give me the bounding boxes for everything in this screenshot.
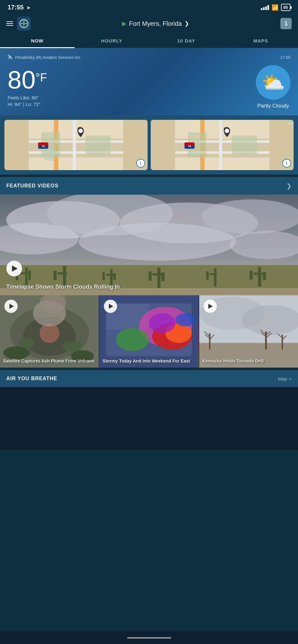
- svg-rect-56: [250, 271, 253, 280]
- header-left: [6, 17, 31, 31]
- small-video-1-title: Satellite Captures Ash Plume From Volcan…: [3, 358, 96, 364]
- svg-rect-37: [20, 272, 28, 274]
- weather-card-header: 🛰 PrivateSky (R) Aviation Services Inc. …: [8, 54, 290, 60]
- map-card-2[interactable]: 75 i: [151, 120, 294, 170]
- home-indicator: [127, 637, 171, 639]
- svg-text:75: 75: [42, 145, 45, 148]
- condition-label: Partly Cloudy: [257, 103, 289, 109]
- svg-rect-83: [199, 343, 298, 368]
- svg-rect-47: [157, 268, 160, 288]
- temperature-value: 80: [8, 67, 36, 92]
- svg-rect-41: [58, 272, 67, 275]
- small-video-2-title: Stormy Today And Into Weekend For East: [103, 358, 195, 364]
- small-video-3[interactable]: Kentucky Holds Tornado Drill: [199, 295, 298, 368]
- svg-text:75: 75: [188, 145, 191, 148]
- svg-point-68: [18, 338, 35, 348]
- bottom-space: [0, 387, 298, 450]
- svg-rect-9: [85, 136, 110, 154]
- svg-rect-57: [263, 272, 266, 280]
- tab-10day[interactable]: 10 DAY: [149, 34, 224, 48]
- app-logo: [17, 17, 31, 31]
- aviation-label: 🛰 PrivateSky (R) Aviation Services Inc.: [8, 54, 82, 60]
- air-section-chevron-icon: >: [289, 376, 292, 381]
- svg-rect-42: [53, 271, 57, 280]
- weather-condition-icon: ⛅: [256, 65, 290, 100]
- small-video-2[interactable]: Stormy Today And Into Weekend For East: [99, 295, 199, 368]
- svg-rect-44: [106, 274, 113, 276]
- svg-rect-52: [209, 273, 217, 275]
- small-video-1[interactable]: Satellite Captures Ash Plume From Volcan…: [0, 295, 99, 368]
- edit-icon[interactable]: ✏: [288, 120, 294, 127]
- small-video-3-title: Kentucky Holds Tornado Drill: [202, 358, 295, 364]
- svg-rect-39: [28, 271, 31, 280]
- weather-main: 80 °F Feels Like: 80° Hi: 84° | Lo: 72° …: [8, 65, 290, 109]
- wifi-icon: 📶: [272, 4, 278, 11]
- svg-rect-50: [161, 272, 165, 281]
- location-selector[interactable]: ▶ Fort Myers, Florida ❯: [122, 20, 189, 27]
- main-video-title: Timelapse Shows Storm Clouds Rolling In: [6, 284, 120, 290]
- featured-videos-title: FEATURED VIDEOS: [6, 183, 59, 189]
- svg-rect-45: [102, 272, 105, 280]
- svg-rect-93: [282, 335, 283, 349]
- map-section: 75 i 75 i ✏: [0, 115, 298, 175]
- nav-tabs: NOW HOURLY 10 DAY MAPS: [0, 34, 298, 48]
- section-divider-1: [0, 175, 298, 177]
- tab-now[interactable]: NOW: [0, 34, 75, 48]
- bottom-bar: [0, 631, 298, 644]
- featured-videos-chevron-icon: ❯: [286, 182, 292, 190]
- svg-point-1: [23, 23, 25, 25]
- svg-point-31: [201, 199, 298, 234]
- feels-like: Feels Like: 80°: [8, 95, 47, 100]
- app-header: ▶ Fort Myers, Florida ❯ 1: [0, 14, 298, 34]
- small-video-1-play-button[interactable]: [4, 300, 18, 313]
- svg-rect-22: [232, 136, 257, 154]
- svg-rect-51: [214, 268, 216, 286]
- location-status-icon: ➤: [26, 5, 31, 10]
- hi-lo: Hi: 84° | Lo: 72°: [8, 102, 47, 107]
- main-video[interactable]: Timelapse Shows Storm Clouds Rolling In: [0, 195, 298, 295]
- temperature-unit: °F: [36, 71, 47, 84]
- location-chevron-icon: ❯: [184, 20, 189, 27]
- svg-rect-20: [219, 120, 222, 170]
- map-info-button-2[interactable]: i: [282, 159, 291, 168]
- status-right-icons: 📶 85: [261, 4, 290, 11]
- svg-point-66: [3, 346, 30, 359]
- featured-videos-section-header[interactable]: FEATURED VIDEOS ❯: [0, 177, 298, 195]
- location-arrow-icon: ▶: [122, 20, 127, 27]
- svg-point-26: [225, 129, 229, 133]
- weather-timestamp: 17:55: [280, 55, 290, 60]
- svg-rect-7: [73, 120, 76, 170]
- svg-rect-53: [206, 271, 209, 280]
- svg-rect-49: [149, 271, 152, 281]
- wifi-aviation-icon: 🛰: [8, 54, 13, 60]
- svg-rect-48: [153, 273, 161, 275]
- status-time-section: 17:55 ➤: [8, 4, 31, 11]
- menu-button[interactable]: [6, 21, 13, 26]
- map-card-1[interactable]: 75 i: [4, 120, 148, 170]
- svg-point-78: [175, 313, 195, 326]
- weather-icon-section: ⛅ Partly Cloudy: [256, 65, 290, 109]
- svg-rect-54: [258, 267, 261, 286]
- weather-card: 🛰 PrivateSky (R) Aviation Services Inc. …: [0, 48, 298, 115]
- map-info-button-1[interactable]: i: [136, 159, 145, 168]
- temperature-section: 80 °F Feels Like: 80° Hi: 84° | Lo: 72°: [8, 67, 47, 107]
- svg-point-69: [63, 341, 82, 351]
- svg-point-77: [149, 313, 175, 333]
- tab-maps[interactable]: MAPS: [223, 34, 298, 48]
- svg-point-33: [79, 223, 236, 261]
- status-time: 17:55: [8, 4, 24, 11]
- air-section-title: AIR YOU BREATHE: [6, 376, 57, 381]
- status-bar: 17:55 ➤ 📶 85: [0, 0, 298, 14]
- signal-icon: [261, 5, 269, 10]
- svg-point-76: [116, 328, 149, 351]
- location-name: Fort Myers, Florida: [129, 20, 182, 27]
- battery-indicator: 85: [281, 4, 290, 11]
- air-you-breathe-section[interactable]: AIR YOU BREATHE Map >: [0, 370, 298, 387]
- notification-badge[interactable]: 1: [280, 18, 292, 29]
- svg-rect-55: [254, 273, 262, 275]
- air-map-link[interactable]: Map >: [278, 376, 292, 381]
- small-video-3-play-button[interactable]: [204, 300, 217, 313]
- main-video-play-button[interactable]: [6, 261, 22, 276]
- tab-hourly[interactable]: HOURLY: [75, 34, 149, 48]
- svg-point-14: [78, 129, 83, 133]
